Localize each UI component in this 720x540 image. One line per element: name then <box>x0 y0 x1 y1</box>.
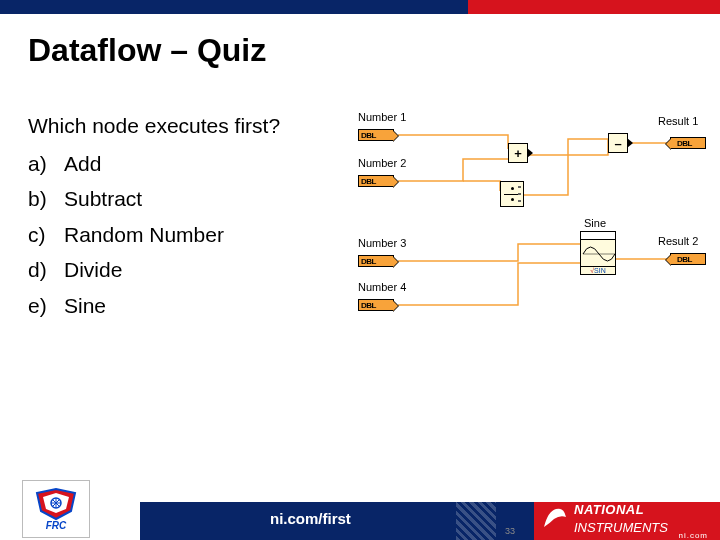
sine-label: Sine <box>584 217 606 229</box>
dbl-terminal-in: DBL <box>358 299 394 311</box>
slide-title: Dataflow – Quiz <box>0 14 720 69</box>
option-letter: a) <box>28 147 64 181</box>
ni-url: ni.com <box>678 531 708 540</box>
input-label: Number 2 <box>358 157 406 169</box>
dbl-terminal-in: DBL <box>358 175 394 187</box>
input-label: Number 1 <box>358 111 406 123</box>
output-label: Result 1 <box>658 115 698 127</box>
option-text: Subtract <box>64 182 348 216</box>
divide-node <box>500 181 524 207</box>
dbl-terminal-out: DBL <box>670 137 706 149</box>
options-list: a)Add b)Subtract c)Random Number d)Divid… <box>28 147 348 323</box>
input-label: Number 4 <box>358 281 406 293</box>
content-area: Which node executes first? a)Add b)Subtr… <box>0 69 720 369</box>
option-letter: c) <box>28 218 64 252</box>
output-label: Result 2 <box>658 235 698 247</box>
option-text: Random Number <box>64 218 348 252</box>
dbl-terminal-in: DBL <box>358 129 394 141</box>
question-text: Which node executes first? <box>28 109 348 143</box>
sine-node: √SIN <box>580 231 616 275</box>
frc-logo: FRC <box>22 480 90 538</box>
labview-diagram: Number 1 DBL Number 2 DBL Number 3 DBL N… <box>348 109 700 369</box>
svg-text:FRC: FRC <box>46 520 67 531</box>
dbl-terminal-out: DBL <box>670 253 706 265</box>
add-node: + <box>508 143 528 163</box>
option-text: Divide <box>64 253 348 287</box>
option-letter: d) <box>28 253 64 287</box>
input-label: Number 3 <box>358 237 406 249</box>
dbl-terminal-in: DBL <box>358 255 394 267</box>
header-color-bar <box>0 0 720 14</box>
option-letter: e) <box>28 289 64 323</box>
footer-url: ni.com/first <box>270 510 351 527</box>
footer-bar: ni.com/first 33 NATIONAL INSTRUMENTS ni.… <box>140 502 720 540</box>
question-block: Which node executes first? a)Add b)Subtr… <box>28 109 348 369</box>
option-text: Sine <box>64 289 348 323</box>
option-letter: b) <box>28 182 64 216</box>
subtract-node: – <box>608 133 628 153</box>
page-number: 33 <box>505 526 515 536</box>
option-text: Add <box>64 147 348 181</box>
footer: FRC ni.com/first 33 NATIONAL INSTRUMENTS… <box>0 488 720 540</box>
